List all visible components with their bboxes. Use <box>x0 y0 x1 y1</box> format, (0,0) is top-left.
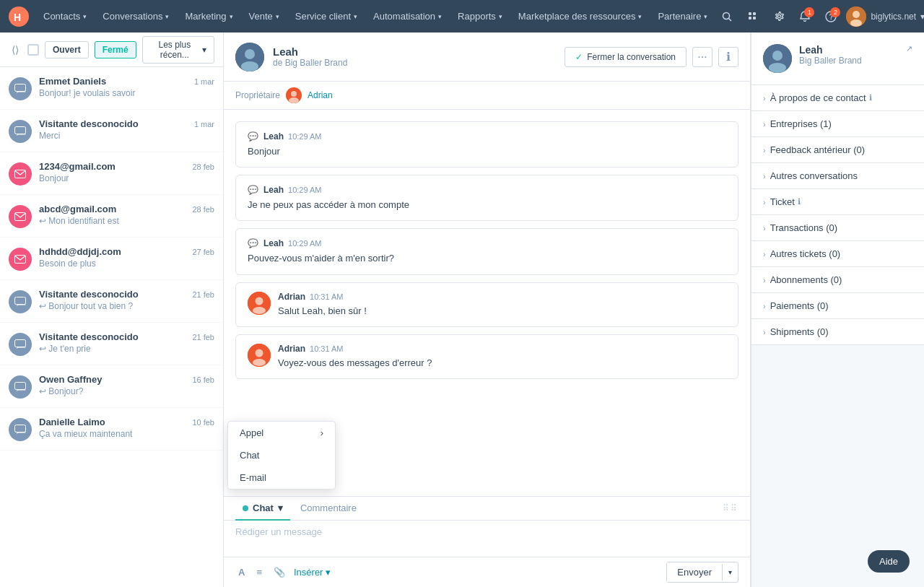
list-item[interactable]: Danielle Laimo10 febÇa va mieux maintena… <box>0 408 223 451</box>
contact-name: Leah <box>273 45 556 58</box>
nav-rapports[interactable]: Rapports ▾ <box>450 8 510 25</box>
svg-rect-4 <box>749 12 751 15</box>
bold-button[interactable]: A <box>235 565 248 579</box>
email-icon <box>9 248 32 271</box>
tab-chat[interactable]: Chat ▾ <box>235 497 290 521</box>
list-item[interactable]: 1234@gmail.com28 febBonjour <box>0 152 223 195</box>
list-item[interactable]: Visitante desconocido1 marMerci <box>0 110 223 152</box>
conv-content: hdhdd@ddjdj.com27 febBesoin de plus <box>39 246 214 269</box>
section-label: Autres tickets (0) <box>770 248 912 259</box>
info-button[interactable]: ℹ <box>718 47 738 67</box>
search-button[interactable] <box>716 6 738 27</box>
nav-partenaire[interactable]: Partenaire ▾ <box>650 8 715 25</box>
help-floating-button[interactable]: Aide <box>868 550 910 573</box>
compose-tabs: Chat ▾ Commentaire ⠿⠿ <box>224 497 750 521</box>
section-label: Feedback antérieur (0) <box>770 144 912 155</box>
chevron-down-icon: ▾ <box>326 567 331 578</box>
filter-open-button[interactable]: Ouvert <box>45 41 89 58</box>
drag-handle: ⠿⠿ <box>723 503 738 513</box>
user-avatar[interactable] <box>846 6 866 27</box>
notifications-button[interactable]: 1 <box>794 6 816 27</box>
svg-point-36 <box>769 63 786 73</box>
message-bubble: 💬Leah10:29 AMJe ne peux pas accéder à mo… <box>235 175 738 221</box>
collapse-sidebar-button[interactable]: ⟨⟩ <box>9 43 22 57</box>
svg-rect-6 <box>749 17 751 19</box>
nav-conversations[interactable]: Conversations ▾ <box>95 8 176 25</box>
svg-point-33 <box>253 359 266 366</box>
conv-date: 21 feb <box>192 333 214 342</box>
external-link-icon[interactable]: ↗ <box>906 44 912 53</box>
owner-name[interactable]: Adrian <box>308 90 333 100</box>
chevron-right-icon: › <box>763 250 766 258</box>
right-panel-section-row[interactable]: ›Autres tickets (0) <box>751 241 924 267</box>
sort-button[interactable]: Les plus récen... ▾ <box>142 36 214 64</box>
svg-point-24 <box>241 61 258 71</box>
dropdown-item-appel[interactable]: Appel › <box>228 422 335 444</box>
right-panel-section-row[interactable]: ›À propos de ce contactℹ <box>751 85 924 111</box>
nav-automatisation[interactable]: Automatisation ▾ <box>366 8 449 25</box>
send-dropdown-button[interactable]: ▾ <box>722 564 738 581</box>
svg-point-32 <box>256 349 263 357</box>
tab-comment[interactable]: Commentaire <box>293 497 364 521</box>
svg-text:H: H <box>14 12 21 23</box>
agent-avatar <box>248 292 271 315</box>
nav-vente[interactable]: Vente ▾ <box>242 8 287 25</box>
compose-placeholder: Rédiger un message <box>235 526 738 537</box>
nav-marketplace[interactable]: Marketplace des ressources ▾ <box>511 8 650 25</box>
list-item[interactable]: Emmet Daniels1 marBonjour! je voulais sa… <box>0 67 223 110</box>
right-panel: Leah Big Baller Brand ↗ ›À propos de ce … <box>751 32 924 587</box>
more-options-button[interactable]: ··· <box>692 47 712 67</box>
hubspot-logo[interactable]: H <box>9 6 29 27</box>
format-button[interactable]: ≡ <box>253 565 265 579</box>
dropdown-item-chat[interactable]: Chat <box>228 444 335 466</box>
select-all-checkbox[interactable] <box>27 44 39 56</box>
right-panel-section-row[interactable]: ›Shipments (0) <box>751 319 924 345</box>
message-bubble: 💬Leah10:29 AMBonjour <box>235 121 738 168</box>
right-panel-section-row[interactable]: ›Abonnements (0) <box>751 267 924 293</box>
chat-header-actions: ✓ Fermer la conversation ··· ℹ <box>565 47 738 67</box>
help-button[interactable]: ? 2 <box>820 6 842 27</box>
conv-date: 1 mar <box>194 77 214 86</box>
nav-contacts[interactable]: Contacts ▾ <box>36 8 94 25</box>
conv-name: Visitante desconocido <box>39 331 139 342</box>
owner-bar: Propriétaire Adrian <box>224 82 750 110</box>
chevron-right-icon: › <box>763 146 766 155</box>
conv-date: 1 mar <box>194 120 214 129</box>
send-button[interactable]: Envoyer <box>667 562 722 582</box>
chevron-down-icon: ▾ <box>83 13 87 20</box>
dropdown-item-email[interactable]: E-mail <box>228 466 335 489</box>
list-item[interactable]: Visitante desconocido21 feb↩ Bonjour tou… <box>0 280 223 323</box>
chevron-right-icon: › <box>763 328 766 336</box>
chevron-down-icon: ▾ <box>165 13 169 20</box>
list-item[interactable]: abcd@gmail.com28 feb↩ Mon identifiant es… <box>0 195 223 238</box>
list-item[interactable]: Owen Gaffney16 feb↩ Bonjour? <box>0 365 223 408</box>
compose-input-area[interactable]: Rédiger un message <box>224 521 750 557</box>
settings-button[interactable] <box>768 6 790 27</box>
chevron-down-icon: ▾ <box>354 13 357 20</box>
insert-button[interactable]: Insérer ▾ <box>294 567 331 578</box>
filter-closed-button[interactable]: Fermé <box>95 41 136 58</box>
user-dropdown-icon[interactable]: ▾ <box>920 12 924 22</box>
conv-name: Danielle Laimo <box>39 417 105 427</box>
right-panel-section-row[interactable]: ›Transactions (0) <box>751 215 924 241</box>
contact-card: Leah Big Baller Brand ↗ <box>751 32 924 85</box>
apps-button[interactable] <box>742 6 764 27</box>
list-item[interactable]: hdhdd@ddjdj.com27 febBesoin de plus <box>0 238 223 280</box>
close-conversation-button[interactable]: ✓ Fermer la conversation <box>565 47 687 67</box>
contact-avatar <box>235 43 264 71</box>
right-panel-section-row[interactable]: ›Entreprises (1) <box>751 111 924 137</box>
nav-service[interactable]: Service client ▾ <box>288 8 365 25</box>
right-panel-section-row[interactable]: ›Autres conversations <box>751 163 924 189</box>
svg-point-11 <box>853 11 860 18</box>
user-name[interactable]: biglytics.net <box>871 12 916 22</box>
message-text: Voyez-vous des messages d'erreur ? <box>278 357 726 370</box>
chat-icon <box>243 505 248 511</box>
right-panel-section-row[interactable]: ›Paiements (0) <box>751 293 924 319</box>
nav-marketing[interactable]: Marketing ▾ <box>178 8 240 25</box>
right-panel-section-row[interactable]: ›Ticketℹ <box>751 189 924 215</box>
attachment-button[interactable]: 📎 <box>271 565 288 579</box>
conv-preview: ↩ Bonjour? <box>39 386 214 396</box>
right-panel-section-row[interactable]: ›Feedback antérieur (0) <box>751 137 924 163</box>
conv-preview: Besoin de plus <box>39 258 214 269</box>
list-item[interactable]: Visitante desconocido21 feb↩ Je t'en pri… <box>0 323 223 365</box>
